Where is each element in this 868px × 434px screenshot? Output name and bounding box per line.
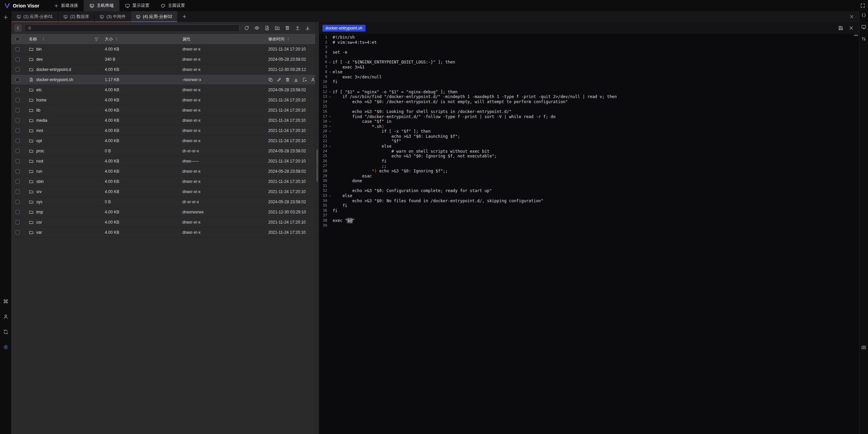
divider-grip[interactable] bbox=[316, 149, 318, 182]
eye-icon[interactable] bbox=[254, 25, 259, 31]
row-checkbox[interactable] bbox=[16, 118, 20, 122]
app-logo[interactable]: Orion Visor bbox=[0, 0, 48, 11]
camera-icon[interactable] bbox=[861, 345, 866, 350]
file-row[interactable]: sbin4.00 KBdrwxr-xr-x2021-11-24 17:20:10 bbox=[11, 176, 315, 187]
terminal-tab-3[interactable]: (3) 中间件 bbox=[95, 11, 131, 22]
panel-divider[interactable] bbox=[315, 22, 319, 434]
move-icon[interactable] bbox=[302, 77, 307, 82]
row-checkbox[interactable] bbox=[16, 47, 20, 51]
download-icon[interactable] bbox=[305, 25, 310, 31]
sort-caret-icon[interactable] bbox=[41, 37, 45, 41]
file-row[interactable]: media4.00 KBdrwxr-xr-x2021-11-24 17:20:1… bbox=[11, 115, 315, 126]
screen-icon[interactable] bbox=[861, 24, 866, 30]
fold-chevron-icon[interactable] bbox=[327, 94, 333, 99]
menu-display-settings[interactable]: 显示设置 bbox=[119, 0, 155, 11]
command-icon[interactable] bbox=[3, 299, 8, 304]
row-checkbox[interactable] bbox=[16, 108, 20, 112]
path-input[interactable] bbox=[34, 26, 237, 31]
close-all-button[interactable] bbox=[844, 11, 859, 22]
fold-chevron-icon[interactable] bbox=[327, 144, 333, 149]
file-row[interactable]: docker-entrypoint.d4.00 KBdrwxr-xr-x2021… bbox=[11, 64, 315, 75]
back-button[interactable] bbox=[14, 24, 22, 32]
plus-icon bbox=[54, 3, 59, 8]
trash-icon[interactable] bbox=[285, 77, 290, 82]
row-checkbox[interactable] bbox=[16, 230, 20, 234]
terminal-tab-4[interactable]: (4) 应用-分析02 bbox=[131, 11, 178, 22]
row-checkbox[interactable] bbox=[16, 169, 20, 173]
code-editor[interactable]: 1#!/bin/sh2# vim:sw=4:ts=4:et34set -e56i… bbox=[319, 34, 859, 434]
plus-icon[interactable] bbox=[3, 15, 8, 20]
row-checkbox[interactable] bbox=[16, 68, 20, 72]
row-checkbox[interactable] bbox=[16, 88, 20, 92]
edit-icon[interactable] bbox=[277, 77, 281, 82]
copy-icon[interactable] bbox=[268, 77, 273, 82]
list-icon[interactable] bbox=[27, 26, 32, 30]
new-folder-icon[interactable] bbox=[275, 25, 280, 31]
trash-icon[interactable] bbox=[285, 25, 290, 31]
scrollbar-thumb[interactable] bbox=[854, 35, 858, 36]
filter-icon[interactable] bbox=[94, 37, 99, 41]
row-checkbox[interactable] bbox=[16, 78, 20, 82]
fold-chevron-icon[interactable] bbox=[327, 124, 333, 129]
file-row[interactable]: proc0 Bdr-xr-xr-x2024-05-28 23:58:02 bbox=[11, 146, 315, 156]
file-row[interactable]: root4.00 KBdrwx------2021-11-24 17:20:10 bbox=[11, 156, 315, 166]
new-file-icon[interactable] bbox=[264, 25, 270, 31]
permission-icon[interactable] bbox=[311, 77, 315, 82]
download-icon[interactable] bbox=[294, 77, 298, 82]
row-checkbox[interactable] bbox=[16, 57, 20, 61]
sync-icon[interactable] bbox=[3, 329, 8, 335]
row-checkbox[interactable] bbox=[16, 159, 20, 163]
open-file-tab[interactable]: docker-entrypoint.sh bbox=[322, 25, 366, 32]
fold-chevron-icon[interactable] bbox=[327, 90, 333, 95]
sort-caret-icon[interactable] bbox=[286, 37, 290, 41]
gear-icon[interactable] bbox=[3, 344, 8, 350]
row-checkbox[interactable] bbox=[16, 149, 20, 153]
file-row[interactable]: tmp4.00 KBdrwxrwxrwx2021-12-30 03:29:10 bbox=[11, 207, 315, 217]
row-checkbox[interactable] bbox=[16, 200, 20, 204]
file-row[interactable]: lib4.00 KBdrwxr-xr-x2021-11-24 17:20:10 bbox=[11, 105, 315, 115]
select-all-checkbox[interactable] bbox=[16, 37, 20, 41]
swap-icon[interactable] bbox=[861, 36, 866, 41]
file-row[interactable]: mnt4.00 KBdrwxr-xr-x2021-11-24 17:20:10 bbox=[11, 126, 315, 136]
file-row[interactable]: usr4.00 KBdrwxr-xr-x2021-11-24 17:20:10 bbox=[11, 217, 315, 227]
row-checkbox[interactable] bbox=[16, 139, 20, 143]
row-checkbox[interactable] bbox=[16, 220, 20, 224]
code-text: echo >&3 "$0: Configuration complete; re… bbox=[333, 188, 492, 193]
row-checkbox[interactable] bbox=[16, 210, 20, 214]
refresh-icon[interactable] bbox=[244, 25, 249, 31]
fold-chevron-icon[interactable] bbox=[327, 119, 333, 124]
add-tab-button[interactable] bbox=[178, 11, 191, 22]
file-row[interactable]: run4.00 KBdrwxr-xr-x2024-05-28 23:58:02 bbox=[11, 166, 315, 176]
fold-chevron-icon[interactable] bbox=[327, 129, 333, 134]
braces-icon[interactable] bbox=[861, 13, 866, 18]
upload-icon[interactable] bbox=[295, 25, 300, 31]
file-row[interactable]: dev340 Bdrwxr-xr-x2024-05-28 23:58:02 bbox=[11, 54, 315, 64]
fold-chevron-icon[interactable] bbox=[327, 60, 333, 65]
menu-host-terminal[interactable]: 主机终端 bbox=[84, 0, 119, 11]
fold-chevron-icon[interactable] bbox=[327, 193, 333, 199]
terminal-tab-1[interactable]: (1) 应用-分析01 bbox=[11, 11, 58, 22]
row-checkbox[interactable] bbox=[16, 98, 20, 102]
terminal-tab-2[interactable]: (2) 数据库 bbox=[58, 11, 95, 22]
fullscreen-icon[interactable] bbox=[860, 3, 865, 8]
fold-chevron-icon[interactable] bbox=[327, 114, 333, 119]
row-checkbox[interactable] bbox=[16, 190, 20, 194]
file-row[interactable]: docker-entrypoint.sh1.17 KB-rwxrwxr-x bbox=[11, 75, 315, 85]
file-row[interactable]: srv4.00 KBdrwxr-xr-x2021-11-24 17:20:10 bbox=[11, 187, 315, 197]
file-row[interactable]: var4.00 KBdrwxr-xr-x2021-11-24 17:20:10 bbox=[11, 227, 315, 238]
file-row[interactable]: sys0 Bdr-xr-xr-x2024-05-28 23:58:02 bbox=[11, 197, 315, 207]
tab-status-underline bbox=[95, 21, 131, 22]
file-row[interactable]: home4.00 KBdrwxr-xr-x2021-11-24 17:20:10 bbox=[11, 95, 315, 105]
fold-chevron-icon[interactable] bbox=[327, 70, 333, 75]
row-checkbox[interactable] bbox=[16, 180, 20, 184]
file-row[interactable]: etc4.00 KBdrwxr-xr-x2024-05-28 23:58:02 bbox=[11, 85, 315, 95]
row-checkbox[interactable] bbox=[16, 129, 20, 133]
file-row[interactable]: bin4.00 KBdrwxr-xr-x2021-11-24 17:20:10 bbox=[11, 44, 315, 54]
user-icon[interactable] bbox=[3, 314, 8, 319]
close-icon[interactable] bbox=[849, 25, 854, 31]
file-row[interactable]: opt4.00 KBdrwxr-xr-x2021-11-24 17:20:10 bbox=[11, 136, 315, 146]
menu-new-connection[interactable]: 新建连接 bbox=[48, 0, 84, 11]
menu-theme-settings[interactable]: 主题设置 bbox=[155, 0, 191, 11]
save-icon[interactable] bbox=[838, 25, 843, 31]
sort-caret-icon[interactable] bbox=[115, 37, 119, 41]
